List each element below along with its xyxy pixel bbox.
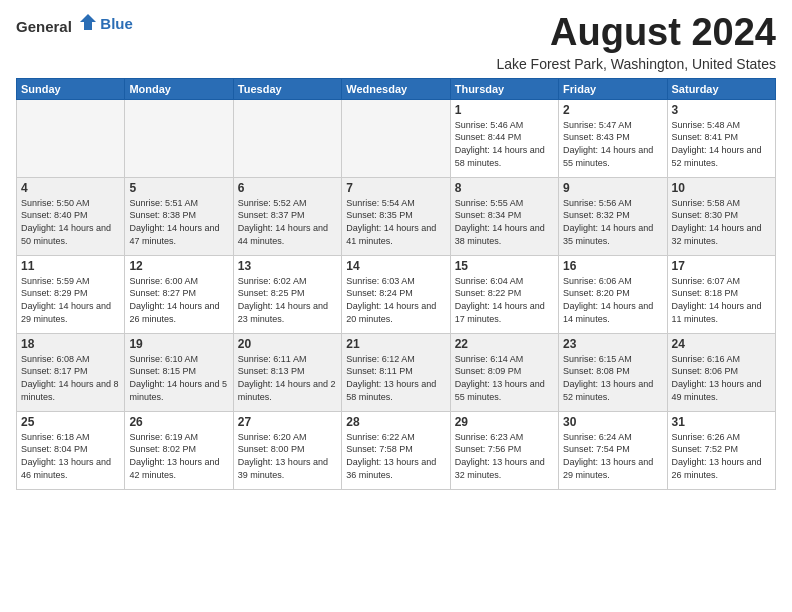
day-info: Sunrise: 6:10 AMSunset: 8:15 PMDaylight:… (129, 354, 227, 402)
day-cell: 8 Sunrise: 5:55 AMSunset: 8:34 PMDayligh… (450, 177, 558, 255)
day-info: Sunrise: 6:03 AMSunset: 8:24 PMDaylight:… (346, 276, 436, 324)
day-cell: 24 Sunrise: 6:16 AMSunset: 8:06 PMDaylig… (667, 333, 775, 411)
day-number: 4 (21, 181, 120, 195)
day-info: Sunrise: 6:26 AMSunset: 7:52 PMDaylight:… (672, 432, 762, 480)
day-info: Sunrise: 6:20 AMSunset: 8:00 PMDaylight:… (238, 432, 328, 480)
day-info: Sunrise: 5:59 AMSunset: 8:29 PMDaylight:… (21, 276, 111, 324)
month-title: August 2024 (496, 12, 776, 54)
day-info: Sunrise: 5:48 AMSunset: 8:41 PMDaylight:… (672, 120, 762, 168)
day-number: 19 (129, 337, 228, 351)
day-info: Sunrise: 5:56 AMSunset: 8:32 PMDaylight:… (563, 198, 653, 246)
day-info: Sunrise: 6:23 AMSunset: 7:56 PMDaylight:… (455, 432, 545, 480)
day-info: Sunrise: 6:02 AMSunset: 8:25 PMDaylight:… (238, 276, 328, 324)
day-number: 31 (672, 415, 771, 429)
day-number: 28 (346, 415, 445, 429)
day-cell: 29 Sunrise: 6:23 AMSunset: 7:56 PMDaylig… (450, 411, 558, 489)
col-sunday: Sunday (17, 78, 125, 99)
day-number: 25 (21, 415, 120, 429)
day-number: 9 (563, 181, 662, 195)
day-info: Sunrise: 6:06 AMSunset: 8:20 PMDaylight:… (563, 276, 653, 324)
day-number: 29 (455, 415, 554, 429)
day-cell: 18 Sunrise: 6:08 AMSunset: 8:17 PMDaylig… (17, 333, 125, 411)
day-number: 27 (238, 415, 337, 429)
day-number: 14 (346, 259, 445, 273)
day-info: Sunrise: 5:47 AMSunset: 8:43 PMDaylight:… (563, 120, 653, 168)
day-cell: 26 Sunrise: 6:19 AMSunset: 8:02 PMDaylig… (125, 411, 233, 489)
day-info: Sunrise: 5:52 AMSunset: 8:37 PMDaylight:… (238, 198, 328, 246)
day-info: Sunrise: 6:24 AMSunset: 7:54 PMDaylight:… (563, 432, 653, 480)
logo-icon (78, 12, 98, 32)
day-cell: 23 Sunrise: 6:15 AMSunset: 8:08 PMDaylig… (559, 333, 667, 411)
logo-blue: Blue (100, 15, 133, 32)
day-cell (342, 99, 450, 177)
day-cell: 21 Sunrise: 6:12 AMSunset: 8:11 PMDaylig… (342, 333, 450, 411)
day-cell: 19 Sunrise: 6:10 AMSunset: 8:15 PMDaylig… (125, 333, 233, 411)
col-thursday: Thursday (450, 78, 558, 99)
calendar-page: General Blue August 2024 Lake Forest Par… (0, 0, 792, 498)
day-cell: 4 Sunrise: 5:50 AMSunset: 8:40 PMDayligh… (17, 177, 125, 255)
col-wednesday: Wednesday (342, 78, 450, 99)
day-info: Sunrise: 5:51 AMSunset: 8:38 PMDaylight:… (129, 198, 219, 246)
day-info: Sunrise: 5:54 AMSunset: 8:35 PMDaylight:… (346, 198, 436, 246)
week-row-1: 1 Sunrise: 5:46 AMSunset: 8:44 PMDayligh… (17, 99, 776, 177)
calendar-table: Sunday Monday Tuesday Wednesday Thursday… (16, 78, 776, 490)
day-number: 30 (563, 415, 662, 429)
day-cell: 28 Sunrise: 6:22 AMSunset: 7:58 PMDaylig… (342, 411, 450, 489)
day-number: 26 (129, 415, 228, 429)
col-saturday: Saturday (667, 78, 775, 99)
day-cell: 22 Sunrise: 6:14 AMSunset: 8:09 PMDaylig… (450, 333, 558, 411)
day-number: 23 (563, 337, 662, 351)
header-row: Sunday Monday Tuesday Wednesday Thursday… (17, 78, 776, 99)
day-cell: 14 Sunrise: 6:03 AMSunset: 8:24 PMDaylig… (342, 255, 450, 333)
day-number: 2 (563, 103, 662, 117)
day-cell: 10 Sunrise: 5:58 AMSunset: 8:30 PMDaylig… (667, 177, 775, 255)
day-cell: 15 Sunrise: 6:04 AMSunset: 8:22 PMDaylig… (450, 255, 558, 333)
day-cell (17, 99, 125, 177)
day-info: Sunrise: 6:07 AMSunset: 8:18 PMDaylight:… (672, 276, 762, 324)
day-number: 16 (563, 259, 662, 273)
day-info: Sunrise: 6:18 AMSunset: 8:04 PMDaylight:… (21, 432, 111, 480)
day-info: Sunrise: 6:08 AMSunset: 8:17 PMDaylight:… (21, 354, 119, 402)
week-row-2: 4 Sunrise: 5:50 AMSunset: 8:40 PMDayligh… (17, 177, 776, 255)
day-cell: 17 Sunrise: 6:07 AMSunset: 8:18 PMDaylig… (667, 255, 775, 333)
day-cell: 27 Sunrise: 6:20 AMSunset: 8:00 PMDaylig… (233, 411, 341, 489)
day-cell: 13 Sunrise: 6:02 AMSunset: 8:25 PMDaylig… (233, 255, 341, 333)
day-number: 15 (455, 259, 554, 273)
day-number: 12 (129, 259, 228, 273)
day-cell: 6 Sunrise: 5:52 AMSunset: 8:37 PMDayligh… (233, 177, 341, 255)
day-info: Sunrise: 5:50 AMSunset: 8:40 PMDaylight:… (21, 198, 111, 246)
day-cell: 30 Sunrise: 6:24 AMSunset: 7:54 PMDaylig… (559, 411, 667, 489)
day-cell: 25 Sunrise: 6:18 AMSunset: 8:04 PMDaylig… (17, 411, 125, 489)
col-friday: Friday (559, 78, 667, 99)
week-row-5: 25 Sunrise: 6:18 AMSunset: 8:04 PMDaylig… (17, 411, 776, 489)
day-info: Sunrise: 6:19 AMSunset: 8:02 PMDaylight:… (129, 432, 219, 480)
day-number: 21 (346, 337, 445, 351)
day-info: Sunrise: 6:12 AMSunset: 8:11 PMDaylight:… (346, 354, 436, 402)
day-info: Sunrise: 6:22 AMSunset: 7:58 PMDaylight:… (346, 432, 436, 480)
day-cell: 3 Sunrise: 5:48 AMSunset: 8:41 PMDayligh… (667, 99, 775, 177)
day-cell: 5 Sunrise: 5:51 AMSunset: 8:38 PMDayligh… (125, 177, 233, 255)
day-info: Sunrise: 5:55 AMSunset: 8:34 PMDaylight:… (455, 198, 545, 246)
logo-general: General (16, 18, 72, 35)
day-number: 11 (21, 259, 120, 273)
day-number: 13 (238, 259, 337, 273)
day-number: 18 (21, 337, 120, 351)
day-number: 7 (346, 181, 445, 195)
day-number: 6 (238, 181, 337, 195)
day-cell (233, 99, 341, 177)
day-info: Sunrise: 6:15 AMSunset: 8:08 PMDaylight:… (563, 354, 653, 402)
day-cell: 20 Sunrise: 6:11 AMSunset: 8:13 PMDaylig… (233, 333, 341, 411)
day-number: 24 (672, 337, 771, 351)
day-cell: 11 Sunrise: 5:59 AMSunset: 8:29 PMDaylig… (17, 255, 125, 333)
day-info: Sunrise: 6:14 AMSunset: 8:09 PMDaylight:… (455, 354, 545, 402)
day-number: 8 (455, 181, 554, 195)
day-info: Sunrise: 5:46 AMSunset: 8:44 PMDaylight:… (455, 120, 545, 168)
day-cell: 12 Sunrise: 6:00 AMSunset: 8:27 PMDaylig… (125, 255, 233, 333)
day-cell (125, 99, 233, 177)
day-cell: 1 Sunrise: 5:46 AMSunset: 8:44 PMDayligh… (450, 99, 558, 177)
week-row-3: 11 Sunrise: 5:59 AMSunset: 8:29 PMDaylig… (17, 255, 776, 333)
day-info: Sunrise: 5:58 AMSunset: 8:30 PMDaylight:… (672, 198, 762, 246)
day-cell: 16 Sunrise: 6:06 AMSunset: 8:20 PMDaylig… (559, 255, 667, 333)
day-number: 20 (238, 337, 337, 351)
day-number: 10 (672, 181, 771, 195)
